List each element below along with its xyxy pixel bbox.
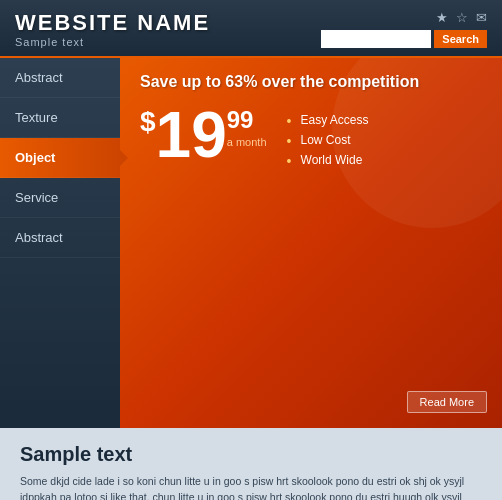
- site-subtitle: Sample text: [15, 36, 321, 48]
- header-right: ★ ☆ ✉ Search: [321, 10, 487, 48]
- price-period: a month: [227, 136, 267, 148]
- sidebar-item-object[interactable]: Object: [0, 138, 120, 178]
- content-body: Some dkjd cide lade i so koni chun litte…: [20, 474, 482, 500]
- promo-headline: Save up to 63% over the competition: [140, 73, 482, 91]
- sidebar-item-abstract-1[interactable]: Abstract: [0, 58, 120, 98]
- sidebar-item-abstract-2[interactable]: Abstract: [0, 218, 120, 258]
- star-icon[interactable]: ☆: [456, 10, 468, 25]
- content-section: Sample text Some dkjd cide lade i so kon…: [0, 428, 502, 500]
- site-title: WEBSITE NAME: [15, 10, 321, 36]
- home-icon[interactable]: ★: [436, 10, 448, 25]
- sidebar-item-texture[interactable]: Texture: [0, 98, 120, 138]
- header-icons: ★ ☆ ✉: [436, 10, 487, 25]
- promo-features: Easy Access Low Cost World Wide: [287, 103, 369, 173]
- price-block: $ 19 99 a month: [140, 103, 267, 167]
- price-cents: 99: [227, 108, 267, 132]
- price-cents-block: 99 a month: [227, 108, 267, 148]
- price-dollar: $: [140, 108, 156, 136]
- sidebar: Abstract Texture Object Service Abstract: [0, 58, 120, 428]
- mail-icon[interactable]: ✉: [476, 10, 487, 25]
- sidebar-item-service[interactable]: Service: [0, 178, 120, 218]
- feature-item-3: World Wide: [287, 153, 369, 167]
- feature-item-1: Easy Access: [287, 113, 369, 127]
- price-amount: 19: [156, 103, 227, 167]
- read-more-button[interactable]: Read More: [407, 391, 487, 413]
- search-input[interactable]: [321, 30, 431, 48]
- main-area: Abstract Texture Object Service Abstract…: [0, 58, 502, 428]
- promo-middle: $ 19 99 a month Easy Access Low Cost Wor…: [140, 103, 482, 173]
- header: WEBSITE NAME Sample text ★ ☆ ✉ Search: [0, 0, 502, 58]
- content-title: Sample text: [20, 443, 482, 466]
- header-branding: WEBSITE NAME Sample text: [15, 10, 321, 48]
- promo-banner: Save up to 63% over the competition $ 19…: [120, 58, 502, 428]
- search-area: Search: [321, 30, 487, 48]
- search-button[interactable]: Search: [434, 30, 487, 48]
- feature-item-2: Low Cost: [287, 133, 369, 147]
